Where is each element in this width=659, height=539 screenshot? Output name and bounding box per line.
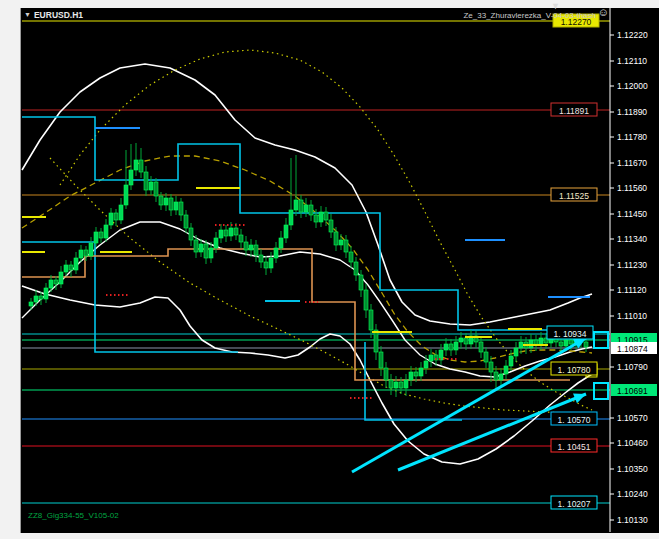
candle-body — [184, 215, 188, 228]
candle-body — [244, 242, 248, 250]
candle-body — [164, 198, 168, 205]
candle-body — [344, 240, 348, 252]
axis-tick-label: 1.10240 — [617, 489, 648, 499]
candle-body — [159, 196, 163, 205]
candle-body — [314, 215, 318, 222]
price-chart-canvas[interactable]: 1.122701.118911.115251. 109341. 107801. … — [0, 0, 659, 539]
candle-body — [294, 200, 298, 210]
candle-body — [339, 240, 343, 245]
candle-body — [274, 248, 278, 258]
candle-body — [409, 372, 413, 380]
candle-body — [214, 238, 218, 248]
candle-body — [424, 361, 428, 368]
candle-body — [259, 255, 263, 262]
candle-body — [444, 344, 448, 350]
axis-tick-label: 1.11780 — [617, 132, 647, 142]
axis-tick-label: 1.11670 — [617, 158, 647, 168]
candle-body — [224, 230, 228, 236]
candle-body — [234, 228, 238, 235]
price-label-text: 1.11891 — [559, 106, 589, 116]
price-label-text: 1.11525 — [559, 191, 589, 201]
candle-body — [129, 170, 133, 185]
candle-body — [429, 355, 433, 361]
candle-body — [519, 342, 523, 348]
axis-highlight-label: 1.10691 — [617, 386, 648, 396]
candle-body — [229, 228, 233, 236]
symbol-timeframe-label: EURUSD.H1 — [34, 10, 83, 20]
candle-body — [539, 338, 543, 345]
price-label-text: 1. 10570 — [557, 415, 590, 425]
axis-tick-label: 1.11340 — [617, 234, 647, 244]
candle-body — [454, 342, 458, 350]
candle-body — [404, 380, 408, 388]
candle-body — [399, 382, 403, 388]
candle-body — [479, 342, 483, 352]
chart-background — [21, 8, 659, 532]
candle-body — [319, 212, 323, 222]
candle-body — [84, 250, 88, 256]
candle-body — [249, 245, 253, 250]
candle-body — [494, 372, 498, 380]
candle-body — [359, 275, 363, 290]
candle-body — [134, 160, 138, 170]
axis-tick-label: 1.10350 — [617, 464, 648, 474]
smiley-icon: ☺ — [598, 7, 609, 18]
candle-body — [374, 330, 378, 352]
indicator-version-label: ZZ8_Gig334-55_V105-02 — [28, 510, 119, 521]
candle-body — [29, 302, 33, 306]
candle-body — [149, 182, 153, 190]
axis-tick-label: 1.11450 — [617, 209, 647, 219]
chart-panel[interactable]: 1.122701.118911.115251. 109341. 107801. … — [20, 8, 659, 533]
candle-body — [484, 352, 488, 362]
candle-body — [194, 240, 198, 252]
candle-body — [209, 248, 213, 258]
candle-body — [324, 212, 328, 220]
candle-body — [49, 280, 53, 288]
indicator-watermark: Ze_33_Zhuravlerezka_V-04-03-thash — [463, 10, 596, 21]
candle-body — [504, 366, 508, 374]
candle-body — [34, 296, 38, 302]
candle-body — [154, 182, 158, 196]
candle-body — [304, 205, 308, 212]
axis-tick-label: 1.11230 — [617, 260, 647, 270]
candle-body — [79, 250, 83, 258]
candle-body — [329, 220, 333, 232]
candle-body — [219, 230, 223, 238]
axis-tick-label: 1.11120 — [617, 285, 647, 295]
candle-body — [419, 368, 423, 376]
chevron-down-icon[interactable]: ▼ — [24, 9, 31, 20]
candle-body — [189, 228, 193, 240]
candle-body — [394, 382, 398, 388]
arrow-down-marker-icon[interactable]: ▼ — [551, 1, 560, 12]
candle-body — [459, 338, 463, 342]
candle-body — [114, 213, 118, 220]
candle-body — [414, 372, 418, 376]
candle-body — [64, 265, 68, 272]
candle-body — [254, 245, 258, 255]
axis-tick-label: 1.10460 — [617, 438, 648, 448]
candle-body — [509, 356, 513, 366]
candle-body — [269, 258, 273, 268]
axis-tick-label: 1.11890 — [617, 107, 647, 117]
candle-body — [514, 348, 518, 356]
axis-tick-label: 1.11560 — [617, 183, 647, 193]
candle-body — [174, 202, 178, 210]
axis-tick-label: 1.12220 — [617, 30, 648, 40]
candle-body — [144, 172, 148, 190]
candle-body — [264, 262, 268, 268]
axis-tick-label: 1.10130 — [617, 515, 648, 525]
candle-body — [309, 205, 313, 215]
candle-body — [109, 213, 113, 225]
candle-body — [284, 225, 288, 238]
candle-body — [564, 340, 568, 346]
candle-body — [74, 258, 78, 270]
candle-body — [94, 232, 98, 243]
price-label-text: 1. 10934 — [553, 329, 586, 339]
candle-body — [124, 185, 128, 205]
candle-body — [499, 374, 503, 380]
chart-title: ▼EURUSD.H1 — [24, 10, 83, 21]
candle-body — [139, 160, 143, 172]
candle-body — [44, 288, 48, 299]
candle-body — [384, 368, 388, 380]
candle-body — [489, 362, 493, 372]
